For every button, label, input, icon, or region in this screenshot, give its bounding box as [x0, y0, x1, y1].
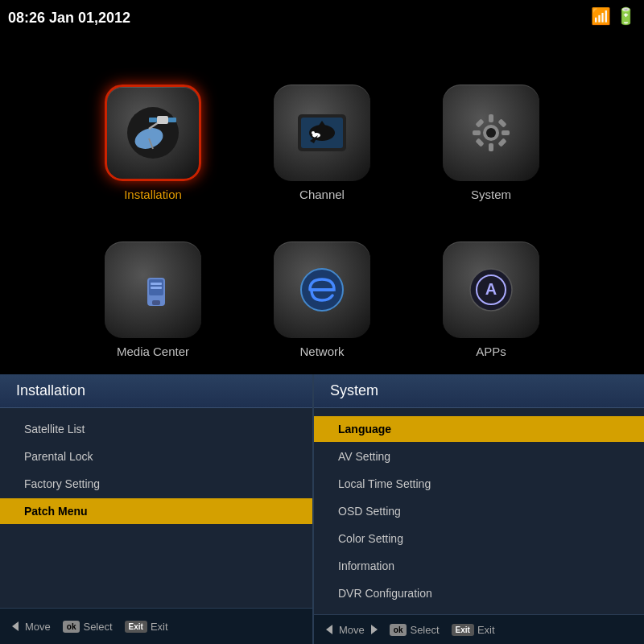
option-language[interactable]: Language [314, 416, 644, 442]
svg-point-13 [312, 131, 315, 134]
svg-rect-28 [151, 287, 162, 289]
svg-rect-20 [475, 118, 484, 127]
right-move-left-arrow [326, 625, 332, 634]
svg-rect-4 [149, 118, 157, 122]
media-center-icon-wrap [105, 242, 201, 338]
exit-badge-left: Exit [125, 621, 147, 633]
channel-label: Channel [299, 188, 345, 201]
menu-item-apps[interactable]: A APPs [419, 209, 564, 358]
media-center-label: Media Center [117, 345, 189, 358]
datetime-display: 08:26 Jan 01,2012 [8, 10, 130, 27]
left-move-control: Move [12, 621, 51, 633]
svg-rect-18 [473, 130, 481, 135]
left-panel-content: Satellite List Parental Lock Factory Set… [0, 408, 312, 608]
svg-rect-27 [151, 283, 162, 285]
menu-grid: Installation Channel [64, 36, 580, 374]
option-factory-setting[interactable]: Factory Setting [0, 471, 312, 497]
left-ok-control: ok Select [63, 621, 113, 633]
svg-rect-19 [502, 130, 510, 135]
option-patch-menu[interactable]: Patch Menu [0, 498, 312, 524]
menu-item-system[interactable]: System [419, 52, 564, 201]
move-left-arrow [12, 621, 19, 631]
left-panel-footer: Move ok Select Exit Exit [0, 608, 312, 644]
satellite-icon [125, 105, 181, 161]
right-panel-header: System [314, 374, 644, 408]
system-icon [463, 105, 519, 161]
svg-rect-22 [475, 138, 484, 147]
network-icon-wrap [274, 242, 370, 338]
channel-icon [294, 105, 350, 161]
left-move-label: Move [25, 621, 51, 633]
svg-rect-23 [497, 138, 506, 147]
right-move-control: Move [326, 624, 378, 636]
installation-icon-wrap [105, 85, 201, 181]
left-exit-label: Exit [151, 621, 168, 633]
right-ok-control: ok Select [390, 624, 440, 636]
right-panel: System Language AV Setting Local Time Se… [314, 374, 644, 644]
option-osd-setting[interactable]: OSD Setting [314, 498, 644, 524]
svg-rect-17 [489, 143, 493, 151]
option-av-setting[interactable]: AV Setting [314, 444, 644, 469]
battery-icon: 🔋 [616, 6, 636, 26]
status-icons: 📶 🔋 [591, 6, 636, 26]
left-ok-label: Select [83, 621, 112, 633]
right-move-label: Move [339, 624, 365, 636]
menu-item-network[interactable]: Network [250, 209, 394, 358]
exit-badge-right: Exit [452, 624, 474, 636]
top-bar: 08:26 Jan 01,2012 📶 🔋 [0, 0, 644, 36]
right-exit-label: Exit [477, 624, 495, 636]
left-exit-control: Exit Exit [125, 621, 168, 633]
option-dvr-configuration[interactable]: DVR Configuration [314, 580, 644, 606]
media-center-icon [125, 262, 181, 318]
network-label: Network [299, 345, 344, 358]
apps-icon: A [463, 262, 519, 318]
ok-badge-right: ok [390, 624, 407, 636]
right-ok-label: Select [410, 624, 439, 636]
installation-label: Installation [124, 188, 182, 201]
apps-label: APPs [476, 345, 506, 358]
system-icon-wrap [443, 85, 539, 181]
apps-icon-wrap: A [443, 242, 539, 338]
right-exit-control: Exit Exit [452, 624, 495, 636]
right-panel-content: Language AV Setting Local Time Setting O… [314, 408, 644, 614]
option-local-time-setting[interactable]: Local Time Setting [314, 471, 644, 497]
svg-rect-21 [497, 118, 506, 127]
option-parental-lock[interactable]: Parental Lock [0, 444, 312, 469]
left-panel: Installation Satellite List Parental Loc… [0, 374, 314, 644]
left-panel-header: Installation [0, 374, 312, 408]
network-icon [294, 262, 350, 318]
system-label: System [471, 188, 511, 201]
right-move-right-arrow [371, 625, 378, 634]
bottom-panel: Installation Satellite List Parental Loc… [0, 374, 644, 644]
channel-icon-wrap [274, 85, 370, 181]
wifi-icon: 📶 [591, 6, 611, 26]
svg-text:A: A [485, 280, 497, 298]
option-information[interactable]: Information [314, 553, 644, 579]
option-satellite-list[interactable]: Satellite List [0, 416, 312, 442]
svg-rect-26 [152, 300, 160, 305]
option-color-setting[interactable]: Color Setting [314, 526, 644, 551]
menu-item-installation[interactable]: Installation [80, 52, 225, 201]
main-menu: Installation Channel [0, 36, 644, 374]
svg-rect-5 [168, 118, 176, 122]
svg-rect-16 [489, 114, 493, 122]
svg-point-15 [486, 128, 496, 138]
menu-item-media-center[interactable]: Media Center [80, 209, 225, 358]
menu-item-channel[interactable]: Channel [250, 52, 394, 201]
ok-badge-left: ok [63, 621, 80, 633]
right-panel-footer: Move ok Select Exit Exit [314, 614, 644, 644]
svg-rect-3 [157, 116, 168, 124]
